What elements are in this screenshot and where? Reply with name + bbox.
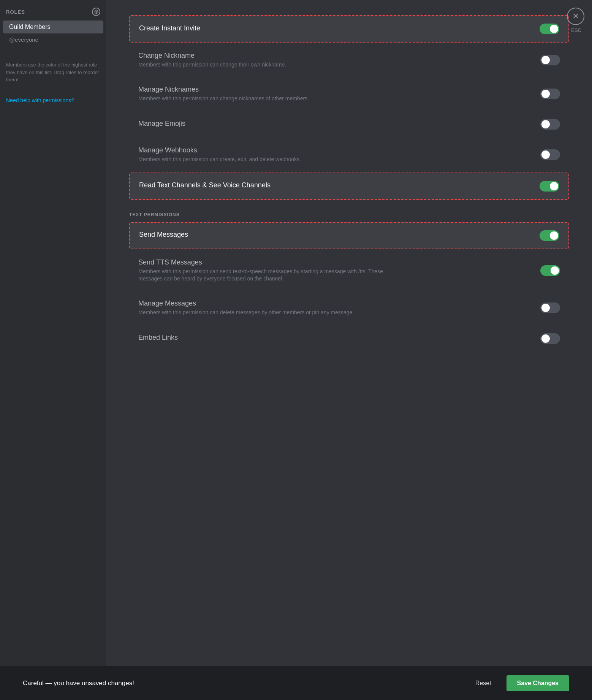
sidebar-info-text: Members use the color of the highest rol… xyxy=(0,54,106,91)
toggle-embed-links[interactable] xyxy=(540,333,560,344)
toggle-thumb-manage-webhooks xyxy=(541,150,550,159)
permission-content-send-tts-messages: Send TTS MessagesMembers with this permi… xyxy=(138,258,533,283)
permission-content-embed-links: Embed Links xyxy=(138,334,533,343)
permission-row-change-nickname: Change NicknameMembers with this permiss… xyxy=(129,44,569,76)
toggle-thumb-create-instant-invite xyxy=(550,25,558,33)
permission-content-change-nickname: Change NicknameMembers with this permiss… xyxy=(138,52,533,69)
close-icon: ✕ xyxy=(572,11,579,21)
reset-button[interactable]: Reset xyxy=(468,676,499,690)
permission-desc-manage-messages: Members with this permission can delete … xyxy=(138,309,404,317)
permission-row-manage-webhooks: Manage WebhooksMembers with this permiss… xyxy=(129,139,569,171)
toggle-create-instant-invite[interactable] xyxy=(540,24,559,34)
permission-label-change-nickname: Change Nickname xyxy=(138,52,533,60)
permission-row-read-text-channels: Read Text Channels & See Voice Channels xyxy=(129,173,569,200)
toggle-thumb-manage-nicknames xyxy=(541,90,550,98)
permission-label-manage-emojis: Manage Emojis xyxy=(138,120,533,128)
toggle-manage-messages[interactable] xyxy=(540,302,560,313)
permission-row-manage-emojis: Manage Emojis xyxy=(129,111,569,137)
permission-row-manage-messages: Manage MessagesMembers with this permiss… xyxy=(129,292,569,324)
permission-content-manage-messages: Manage MessagesMembers with this permiss… xyxy=(138,299,533,317)
toggle-send-messages[interactable] xyxy=(540,230,559,241)
permission-row-create-instant-invite: Create Instant Invite xyxy=(129,15,569,43)
section-title-text-permissions: TEXT PERMISSIONS xyxy=(129,212,569,217)
permission-row-embed-links: Embed Links xyxy=(129,326,569,352)
permission-desc-send-tts-messages: Members with this permission can send te… xyxy=(138,268,404,283)
bottom-actions: Reset Save Changes xyxy=(468,675,569,691)
everyone-label: @everyone xyxy=(9,36,38,43)
esc-label: ESC xyxy=(571,27,581,33)
permission-label-read-text-channels: Read Text Channels & See Voice Channels xyxy=(139,181,532,189)
help-link[interactable]: Need help with permissions? xyxy=(0,94,106,106)
permission-label-create-instant-invite: Create Instant Invite xyxy=(139,24,532,32)
permission-desc-manage-nicknames: Members with this permission can change … xyxy=(138,95,404,103)
permission-row-send-tts-messages: Send TTS MessagesMembers with this permi… xyxy=(129,251,569,290)
sidebar: ROLES ⊕ Guild Members @everyone Members … xyxy=(0,0,106,666)
toggle-manage-webhooks[interactable] xyxy=(540,149,560,160)
permission-label-send-messages: Send Messages xyxy=(139,231,532,239)
bottom-bar: Careful — you have unsaved changes! Rese… xyxy=(0,666,592,700)
permission-label-manage-nicknames: Manage Nicknames xyxy=(138,86,533,93)
permission-label-manage-webhooks: Manage Webhooks xyxy=(138,146,533,154)
permission-desc-change-nickname: Members with this permission can change … xyxy=(138,61,404,69)
toggle-read-text-channels[interactable] xyxy=(540,181,559,192)
permission-row-send-messages: Send Messages xyxy=(129,222,569,249)
add-icon: ⊕ xyxy=(94,9,99,15)
add-role-button[interactable]: ⊕ xyxy=(92,8,100,16)
permission-content-manage-nicknames: Manage NicknamesMembers with this permis… xyxy=(138,86,533,103)
permission-content-manage-emojis: Manage Emojis xyxy=(138,120,533,129)
toggle-manage-emojis[interactable] xyxy=(540,119,560,130)
toggle-thumb-embed-links xyxy=(541,334,550,343)
permission-label-manage-messages: Manage Messages xyxy=(138,299,533,307)
permission-label-send-tts-messages: Send TTS Messages xyxy=(138,258,533,266)
toggle-thumb-send-messages xyxy=(550,231,558,240)
toggle-thumb-read-text-channels xyxy=(550,182,558,190)
permission-content-manage-webhooks: Manage WebhooksMembers with this permiss… xyxy=(138,146,533,163)
sidebar-item-guild-members[interactable]: Guild Members xyxy=(3,21,103,33)
permission-row-manage-nicknames: Manage NicknamesMembers with this permis… xyxy=(129,78,569,110)
guild-members-label: Guild Members xyxy=(9,24,50,30)
toggle-thumb-change-nickname xyxy=(541,56,550,64)
unsaved-warning: Careful — you have unsaved changes! xyxy=(23,679,134,687)
permission-content-read-text-channels: Read Text Channels & See Voice Channels xyxy=(139,181,532,191)
toggle-thumb-manage-messages xyxy=(541,304,550,312)
sidebar-item-everyone[interactable]: @everyone xyxy=(0,33,106,46)
permission-content-create-instant-invite: Create Instant Invite xyxy=(139,24,532,34)
permission-label-embed-links: Embed Links xyxy=(138,334,533,342)
toggle-thumb-manage-emojis xyxy=(541,120,550,128)
permissions-list: Create Instant InviteChange NicknameMemb… xyxy=(129,15,569,352)
sidebar-roles-title: ROLES xyxy=(6,9,25,15)
permission-content-send-messages: Send Messages xyxy=(139,231,532,240)
toggle-manage-nicknames[interactable] xyxy=(540,89,560,99)
permissions-content: ✕ ESC Create Instant InviteChange Nickna… xyxy=(106,0,592,666)
close-button[interactable]: ✕ xyxy=(567,8,584,25)
toggle-thumb-send-tts-messages xyxy=(551,266,559,275)
sidebar-roles-header: ROLES ⊕ xyxy=(0,8,106,21)
toggle-change-nickname[interactable] xyxy=(540,55,560,65)
save-button[interactable]: Save Changes xyxy=(507,675,569,691)
permission-desc-manage-webhooks: Members with this permission can create,… xyxy=(138,156,404,163)
toggle-send-tts-messages[interactable] xyxy=(540,265,560,276)
